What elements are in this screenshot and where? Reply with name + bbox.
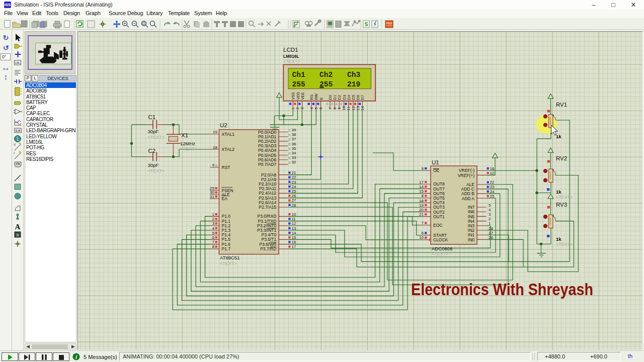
svg-text:P1.7: P1.7 <box>222 246 231 251</box>
svg-text:U1: U1 <box>432 159 439 165</box>
svg-text:LCD1: LCD1 <box>283 47 298 53</box>
svg-text:LBL: LBL <box>15 61 21 64</box>
svg-text:31: 31 <box>210 195 214 199</box>
svg-text:21: 21 <box>292 170 296 175</box>
svg-text:18: 18 <box>419 199 424 203</box>
svg-text:4: 4 <box>489 208 491 212</box>
svg-text:23: 23 <box>490 185 495 189</box>
svg-text:255: 255 <box>292 80 305 88</box>
svg-text:12: 12 <box>351 106 356 110</box>
svg-text:D1: D1 <box>333 95 337 100</box>
svg-text:RV1: RV1 <box>556 102 567 108</box>
svg-text:S: S <box>16 233 19 237</box>
svg-text:EA: EA <box>222 196 228 201</box>
svg-text:LM016L: LM016L <box>283 54 299 59</box>
svg-text:VEE: VEE <box>300 92 305 100</box>
svg-text:P2.7/A15: P2.7/A15 <box>259 205 276 210</box>
svg-text:30pF: 30pF <box>148 162 159 168</box>
svg-text:10: 10 <box>292 212 296 217</box>
svg-text:RW: RW <box>314 93 318 100</box>
svg-text:<TEXT>: <TEXT> <box>556 242 573 247</box>
svg-text:8: 8 <box>422 194 424 198</box>
svg-text:7: 7 <box>212 240 215 244</box>
svg-text:219: 219 <box>347 80 360 88</box>
svg-text:15: 15 <box>292 235 296 240</box>
svg-text:EOC: EOC <box>433 223 442 228</box>
svg-text:A: A <box>15 223 21 231</box>
svg-text:D0: D0 <box>328 95 333 100</box>
svg-text:8: 8 <box>333 107 337 109</box>
svg-text:27: 27 <box>292 198 296 203</box>
svg-text:4: 4 <box>212 226 215 231</box>
svg-text:8: 8 <box>212 244 215 249</box>
svg-text:39: 39 <box>292 128 296 132</box>
svg-text:AT89C51: AT89C51 <box>220 255 239 260</box>
svg-text:9: 9 <box>422 166 424 171</box>
svg-text:5: 5 <box>314 107 318 109</box>
svg-text:RES: RES <box>386 22 392 25</box>
svg-text:2: 2 <box>489 217 491 221</box>
svg-text:I: I <box>14 151 15 155</box>
svg-text:25: 25 <box>490 194 495 199</box>
svg-text:RV3: RV3 <box>556 202 567 208</box>
svg-text:1: 1 <box>291 107 295 109</box>
svg-text:26: 26 <box>292 194 296 198</box>
svg-text:19: 19 <box>419 203 424 208</box>
svg-text:16: 16 <box>490 166 495 171</box>
svg-text:11: 11 <box>292 217 296 221</box>
svg-text:S: S <box>365 22 368 27</box>
svg-text:6: 6 <box>212 235 215 240</box>
svg-text:13: 13 <box>356 106 360 110</box>
svg-text:38: 38 <box>292 132 296 137</box>
svg-text:C1: C1 <box>148 114 156 120</box>
svg-text:23: 23 <box>292 180 296 185</box>
svg-text:14: 14 <box>419 185 424 189</box>
svg-text:12MHz: 12MHz <box>180 141 195 146</box>
svg-text:U2: U2 <box>220 122 227 128</box>
svg-text:32: 32 <box>292 160 296 164</box>
svg-text:4: 4 <box>309 107 314 109</box>
svg-text:Ch3: Ch3 <box>347 71 360 79</box>
svg-text:21: 21 <box>419 212 424 217</box>
svg-text:3: 3 <box>489 212 491 217</box>
svg-text:20: 20 <box>419 208 424 212</box>
svg-text:17: 17 <box>419 180 424 185</box>
svg-text:D7: D7 <box>360 95 365 100</box>
svg-text:2: 2 <box>295 107 300 109</box>
svg-text:Ch2: Ch2 <box>319 71 333 79</box>
svg-text:VSS: VSS <box>291 92 295 100</box>
svg-text:7: 7 <box>328 107 333 109</box>
svg-text:VDD: VDD <box>296 92 300 100</box>
svg-text:1: 1 <box>212 212 215 217</box>
svg-text:D5: D5 <box>351 95 356 100</box>
svg-text:Ch1: Ch1 <box>292 71 305 79</box>
svg-text:ADD A: ADD A <box>461 196 474 201</box>
svg-text:<TEXT>: <TEXT> <box>556 195 573 200</box>
svg-text:36: 36 <box>292 142 296 146</box>
svg-text:C2: C2 <box>148 148 156 154</box>
svg-text:25: 25 <box>292 189 296 194</box>
svg-text:15: 15 <box>419 189 424 194</box>
svg-text:<TEXT>: <TEXT> <box>220 261 237 266</box>
svg-text:P0.7/AD7: P0.7/AD7 <box>258 162 277 167</box>
svg-text:34: 34 <box>292 151 296 155</box>
svg-text:3: 3 <box>212 221 215 226</box>
svg-text:3: 3 <box>300 107 304 109</box>
svg-text:30pF: 30pF <box>148 129 159 134</box>
svg-text:17: 17 <box>292 244 296 249</box>
svg-text:28: 28 <box>489 226 493 231</box>
svg-text:12: 12 <box>292 221 296 226</box>
svg-text:<TEXT>: <TEXT> <box>148 168 165 173</box>
svg-text:D2: D2 <box>337 95 342 100</box>
svg-text:CLOCK: CLOCK <box>433 237 448 242</box>
svg-text:ADC0808: ADC0808 <box>432 246 452 251</box>
svg-text:14: 14 <box>360 106 365 110</box>
svg-text:24: 24 <box>490 190 495 194</box>
svg-text:1k: 1k <box>556 236 561 242</box>
svg-text:X1: X1 <box>181 132 188 138</box>
svg-text:6: 6 <box>422 231 424 235</box>
svg-text:XTAL1: XTAL1 <box>222 132 235 137</box>
svg-text:22: 22 <box>490 180 495 185</box>
svg-text:9: 9 <box>337 107 342 109</box>
svg-text:OUT1: OUT1 <box>433 214 445 219</box>
